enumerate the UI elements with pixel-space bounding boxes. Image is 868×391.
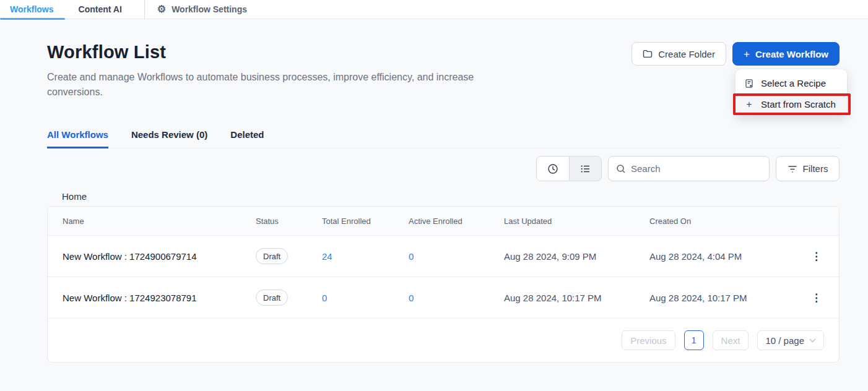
clock-icon	[547, 163, 558, 174]
filters-button[interactable]: Filters	[776, 156, 840, 181]
tab-deleted[interactable]: Deleted	[230, 124, 264, 148]
plus-icon: +	[744, 49, 750, 59]
tab-label: Needs Review (0)	[131, 129, 207, 140]
workflow-name[interactable]: New Workflow : 1724923078791	[63, 293, 256, 303]
list-icon	[580, 163, 591, 174]
total-enrolled-link[interactable]: 0	[322, 293, 409, 303]
total-enrolled-link[interactable]: 24	[322, 251, 409, 262]
search-box	[608, 156, 770, 181]
column-header-last-updated: Last Updated	[504, 217, 649, 226]
search-icon	[616, 164, 626, 174]
tab-all-workflows[interactable]: All Workflows	[47, 124, 108, 148]
menu-item-select-recipe[interactable]: Select a Recipe	[736, 72, 847, 95]
topnav-tab-label: Content AI	[79, 4, 122, 14]
column-header-total-enrolled: Total Enrolled	[322, 217, 409, 226]
topnav-workflow-settings[interactable]: ⚙ Workflow Settings	[157, 4, 247, 14]
recipe-icon	[744, 79, 754, 88]
page-title: Workflow List	[47, 42, 508, 62]
workflow-tabs: All Workflows Needs Review (0) Deleted	[47, 124, 840, 148]
column-header-status: Status	[256, 217, 322, 226]
create-folder-button[interactable]: Create Folder	[631, 42, 726, 66]
table-row[interactable]: New Workflow : 1724900679714 Draft 24 0 …	[48, 236, 839, 277]
search-input[interactable]	[631, 163, 762, 174]
tab-needs-review[interactable]: Needs Review (0)	[131, 124, 207, 148]
create-folder-label: Create Folder	[658, 49, 715, 59]
column-header-name: Name	[63, 217, 256, 226]
active-enrolled-link[interactable]: 0	[409, 293, 504, 303]
status-badge: Draft	[256, 290, 288, 306]
previous-page-button[interactable]: Previous	[622, 330, 675, 350]
workflow-settings-label: Workflow Settings	[171, 4, 247, 14]
chevron-down-icon	[809, 338, 816, 343]
created-on-value: Aug 28 2024, 10:17 PM	[649, 293, 806, 303]
page-size-selector[interactable]: 10 / page	[757, 330, 824, 350]
create-workflow-menu: Select a Recipe + Start from Scratch	[736, 69, 847, 115]
create-workflow-label: Create Workflow	[755, 49, 828, 59]
header-actions: Create Folder + Create Workflow Sele	[631, 42, 840, 66]
column-header-active-enrolled: Active Enrolled	[409, 217, 504, 226]
menu-item-label: Select a Recipe	[761, 78, 826, 88]
last-updated-value: Aug 28 2024, 10:17 PM	[504, 293, 649, 303]
table-header-row: Name Status Total Enrolled Active Enroll…	[48, 207, 839, 236]
history-view-toggle[interactable]	[537, 157, 569, 181]
pagination: Previous 1 Next 10 / page	[48, 319, 839, 362]
page-size-label: 10 / page	[765, 335, 804, 346]
breadcrumb[interactable]: Home	[47, 191, 840, 202]
menu-item-start-from-scratch[interactable]: + Start from Scratch	[736, 95, 847, 114]
last-updated-value: Aug 28 2024, 9:09 PM	[504, 251, 649, 262]
workflow-table: Name Status Total Enrolled Active Enroll…	[47, 206, 840, 363]
list-view-toggle[interactable]	[569, 157, 601, 181]
top-navigation: Workflows Content AI ⚙ Workflow Settings	[0, 0, 868, 19]
folder-icon	[643, 49, 653, 59]
column-header-created-on: Created On	[649, 217, 806, 226]
workflow-name[interactable]: New Workflow : 1724900679714	[63, 251, 256, 262]
page-number-button[interactable]: 1	[684, 330, 704, 350]
gear-icon: ⚙	[157, 4, 166, 14]
status-badge: Draft	[256, 248, 288, 264]
filter-icon	[788, 165, 797, 173]
topnav-divider	[144, 0, 145, 19]
page-header: Workflow List Create and manage Workflow…	[47, 42, 840, 100]
title-block: Workflow List Create and manage Workflow…	[47, 42, 508, 100]
topnav-tab-label: Workflows	[10, 4, 54, 14]
active-enrolled-link[interactable]: 0	[409, 251, 504, 262]
topnav-tab-workflows[interactable]: Workflows	[5, 0, 59, 19]
create-workflow-button[interactable]: + Create Workflow	[732, 42, 840, 66]
table-row[interactable]: New Workflow : 1724923078791 Draft 0 0 A…	[48, 277, 839, 319]
filters-label: Filters	[803, 163, 828, 174]
topnav-tab-content-ai[interactable]: Content AI	[74, 0, 127, 19]
tab-label: Deleted	[230, 129, 264, 140]
plus-icon: +	[744, 99, 754, 110]
page-subtitle: Create and manage Workflows to automate …	[47, 70, 508, 100]
list-toolbar: Filters	[47, 156, 840, 181]
tab-label: All Workflows	[47, 129, 108, 140]
view-toggle-group	[536, 156, 602, 181]
created-on-value: Aug 28 2024, 4:04 PM	[649, 251, 806, 262]
next-page-button[interactable]: Next	[713, 330, 749, 350]
row-kebab-menu-icon[interactable]: ⋮	[806, 247, 827, 265]
row-kebab-menu-icon[interactable]: ⋮	[806, 289, 827, 307]
menu-item-label: Start from Scratch	[761, 99, 836, 110]
